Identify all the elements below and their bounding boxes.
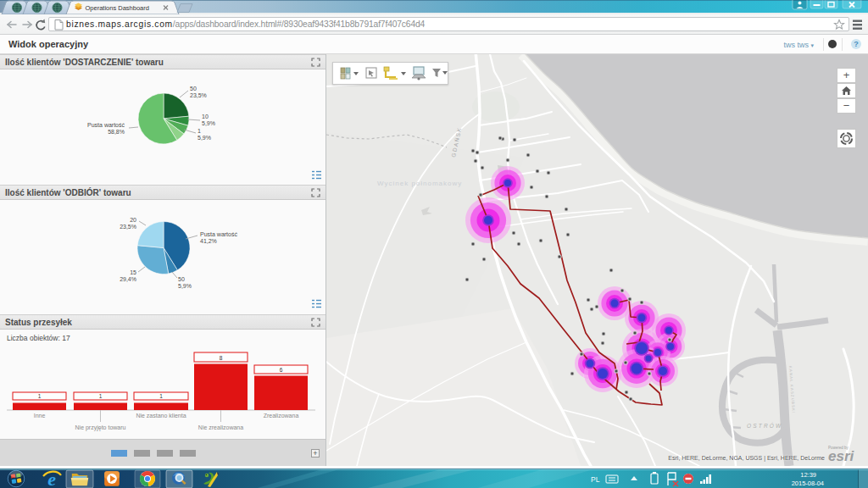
svg-text:1: 1 xyxy=(198,128,201,134)
svg-text:1: 1 xyxy=(99,393,103,399)
svg-text:5,9%: 5,9% xyxy=(178,283,192,289)
svg-text:20: 20 xyxy=(130,217,136,223)
svg-text:Pusta wartość: Pusta wartość xyxy=(87,122,125,128)
svg-text:1: 1 xyxy=(38,393,42,399)
svg-text:1: 1 xyxy=(159,393,163,399)
svg-text:OSTRÓW: OSTRÓW xyxy=(747,422,782,429)
svg-text:8: 8 xyxy=(220,355,223,361)
svg-text:esri: esri xyxy=(828,448,855,464)
svg-text:41,2%: 41,2% xyxy=(200,238,217,244)
svg-text:15: 15 xyxy=(130,269,136,275)
svg-text:6: 6 xyxy=(280,367,283,373)
svg-text:Operations Dashboard: Operations Dashboard xyxy=(86,4,149,12)
svg-text:50: 50 xyxy=(178,276,185,282)
svg-text:Zrealizowana: Zrealizowana xyxy=(264,413,299,419)
svg-text:PL: PL xyxy=(591,475,600,484)
svg-text:Inne: Inne xyxy=(34,413,46,419)
svg-text:Esri, HERE, DeLorme, NGA, USGS: Esri, HERE, DeLorme, NGA, USGS | Esri, H… xyxy=(668,455,825,462)
svg-text:23,5%: 23,5% xyxy=(190,92,207,98)
svg-text:10: 10 xyxy=(202,114,209,119)
svg-text:Nie przyjęto towaru: Nie przyjęto towaru xyxy=(75,424,126,431)
svg-text:23,5%: 23,5% xyxy=(120,224,136,230)
svg-text:2015-08-04: 2015-08-04 xyxy=(792,480,824,487)
svg-text:Wycinek połnomakowy: Wycinek połnomakowy xyxy=(377,180,462,187)
svg-text:Nie zrealizowana: Nie zrealizowana xyxy=(198,424,243,430)
svg-text:5,9%: 5,9% xyxy=(202,120,215,126)
svg-text:50: 50 xyxy=(190,86,197,92)
svg-text:12:39: 12:39 xyxy=(800,471,816,479)
svg-text:Pusta wartość: Pusta wartość xyxy=(200,231,237,237)
svg-text:Liczba obiektów: 17: Liczba obiektów: 17 xyxy=(7,334,70,342)
svg-text:5,9%: 5,9% xyxy=(198,135,211,141)
svg-text:Nie zastano klienta: Nie zastano klienta xyxy=(136,413,186,419)
svg-text:58,8%: 58,8% xyxy=(108,129,125,135)
svg-text:29,4%: 29,4% xyxy=(120,276,136,282)
